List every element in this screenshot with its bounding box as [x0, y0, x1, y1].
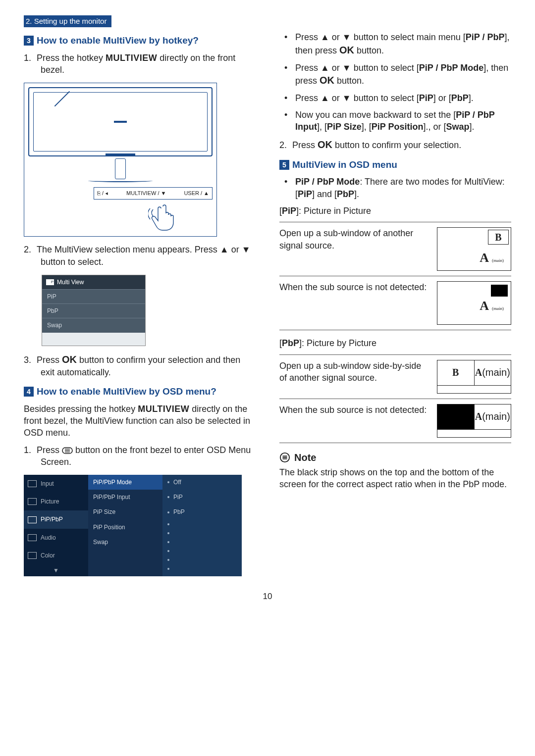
q4-intro: Besides pressing the hotkey MULTIVIEW di…	[24, 403, 256, 439]
heading-q3: 3How to enable MultiView by hotkey?	[24, 34, 256, 47]
osd-title: Multi View	[42, 275, 145, 289]
right-column: Press ▲ or ▼ button to select main menu …	[279, 31, 511, 576]
svg-rect-5	[282, 455, 287, 456]
q3-text: How to enable MultiView by hotkey?	[37, 35, 199, 46]
step-badge-4: 4	[24, 387, 34, 397]
color-icon	[28, 552, 37, 559]
osd-mid-input: PiP/PbP Input	[88, 490, 162, 504]
osd-mid-swap: Swap	[88, 535, 162, 550]
note-body: The black strip shows on the top and the…	[279, 466, 511, 491]
heading-q4: 4How to enable MultiView by OSD menu?	[24, 385, 256, 398]
picture-icon	[28, 498, 37, 505]
sub-black-box	[491, 285, 508, 297]
osd-mid-mode: PiP/PbP Mode	[88, 475, 162, 490]
pbp-figure-2: A (main)	[437, 404, 511, 438]
monitor-illustration: ⎘ / ◀ MULTIVIEW / ▼ USER / ▲	[24, 83, 217, 237]
pbp-cell-a-2: A (main)	[475, 404, 511, 429]
osd-opt-pbp: PbP	[162, 504, 242, 519]
osd-row-swap: Swap	[42, 318, 145, 332]
pip-desc-2: When the sub source is not detected:	[279, 281, 427, 293]
a-main-label-2: A (main)	[480, 297, 504, 314]
a-main-label: A (main)	[480, 249, 504, 266]
note-heading: Note	[279, 451, 511, 464]
bullet-3: Press ▲ or ▼ button to select [PiP] or […	[279, 92, 511, 104]
brand-logo-icon	[114, 121, 127, 123]
osd-opt-off: Off	[162, 475, 242, 490]
pbp-figure-1: B A (main)	[437, 360, 511, 394]
manual-page: 2. Setting up the monitor 3How to enable…	[0, 0, 535, 612]
step-1: 1.Press the hotkey MULTIVIEW directly on…	[24, 52, 256, 76]
pip-figure-1: B A (main)	[437, 227, 511, 271]
pip-figure-2: A (main)	[437, 281, 511, 325]
step-badge-3: 3	[24, 36, 34, 46]
pbp-cell-a: A (main)	[475, 360, 511, 385]
bullet-4: Now you can move backward to set the [Pi…	[279, 109, 511, 133]
pbp-desc-1: Open up a sub-window side-by-side of ano…	[279, 360, 427, 384]
step-badge-5: 5	[279, 160, 289, 170]
pbp-cell-b: B	[437, 360, 475, 385]
pip-desc-1: Open up a sub-window of another signal s…	[279, 227, 427, 252]
svg-rect-6	[282, 457, 287, 458]
bullet-1: Press ▲ or ▼ button to select main menu …	[279, 31, 511, 56]
pbp-label: [PbP]: Picture by Picture	[279, 337, 511, 349]
callout-line-icon	[53, 88, 73, 108]
step-3: 3.Press OK button to confirm your select…	[24, 353, 256, 378]
input-icon	[28, 480, 37, 487]
menu-icon	[62, 447, 73, 454]
pip-icon	[46, 279, 54, 285]
mode-desc: PiP / PbP Mode: There are two modes for …	[279, 176, 511, 200]
svg-rect-7	[282, 458, 287, 459]
right-step-2: 2.Press OK button to confirm your select…	[279, 138, 511, 151]
bezel-btn-multiview: MULTIVIEW / ▼	[126, 190, 166, 197]
pip-nav-icon	[28, 516, 37, 523]
osd-nav-pip: PiP/PbP	[24, 510, 88, 528]
osd-mid-size: PiP Size	[88, 504, 162, 519]
bezel-btn-back: ⎘ / ◀	[97, 190, 108, 197]
chevron-down-icon: ▼	[24, 564, 88, 576]
sub-b-label: B	[488, 230, 509, 245]
osd-nav-audio: Audio	[24, 529, 88, 547]
osd-opt-pip: PiP	[162, 490, 242, 504]
page-number: 10	[24, 591, 511, 603]
audio-icon	[28, 534, 37, 541]
section-header: 2. Setting up the monitor	[24, 15, 111, 27]
osd-row-pbp: PbP	[42, 303, 145, 318]
left-column: 3How to enable MultiView by hotkey? 1.Pr…	[24, 31, 256, 576]
heading-q5: 5MultiView in OSD menu	[279, 158, 511, 171]
bullet-2: Press ▲ or ▼ button to select [PiP / PbP…	[279, 62, 511, 87]
q4-text: How to enable MultiView by OSD menu?	[37, 386, 216, 397]
bezel-button-row: ⎘ / ◀ MULTIVIEW / ▼ USER / ▲	[94, 187, 213, 200]
osd-multiview-menu: Multi View PiP PbP Swap	[42, 275, 146, 346]
osd-main-menu: Input Picture PiP/PbP Audio Color ▼ PiP/…	[24, 475, 242, 576]
pip-label: [PiP]: Picture in Picture	[279, 205, 511, 217]
osd-nav-color: Color	[24, 547, 88, 564]
osd-nav-picture: Picture	[24, 493, 88, 510]
osd-nav-input: Input	[24, 475, 88, 493]
bezel-btn-user: USER / ▲	[184, 190, 209, 197]
osd-step-1: 1.Press button on the front bezel to ent…	[24, 444, 256, 468]
hand-pointer-icon	[148, 202, 183, 232]
step-2: 2.The MultiView selection menu appears. …	[24, 244, 256, 268]
osd-mid-position: PiP Position	[88, 520, 162, 535]
osd-row-pip: PiP	[42, 289, 145, 303]
note-icon	[279, 452, 290, 463]
pbp-cell-black	[437, 404, 475, 429]
pbp-desc-2: When the sub source is not detected:	[279, 404, 427, 416]
